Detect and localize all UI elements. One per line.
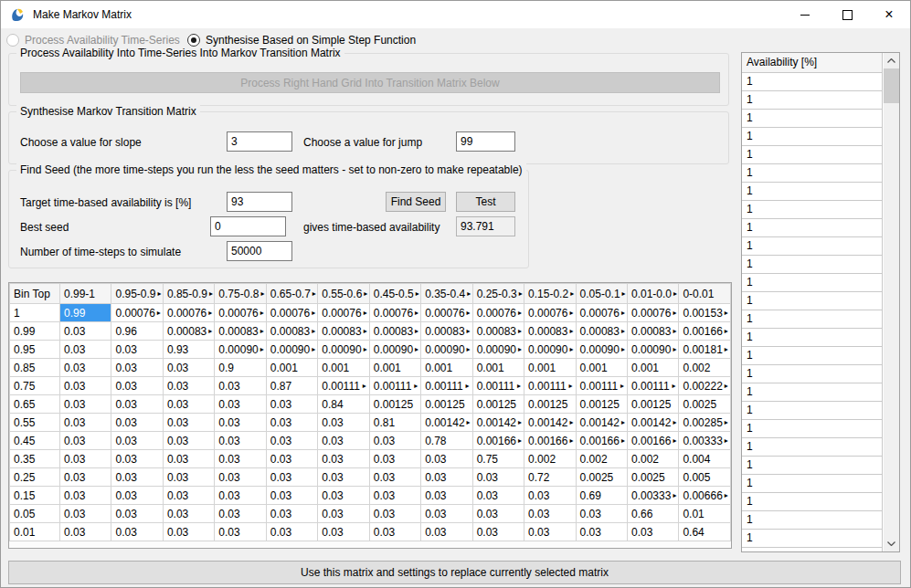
matrix-cell[interactable]: 0.03: [369, 468, 420, 487]
availability-cell[interactable]: 1: [742, 237, 883, 256]
availability-scrollbar[interactable]: [884, 53, 899, 551]
matrix-bin-top-cell[interactable]: 0.65: [10, 395, 60, 414]
matrix-cell[interactable]: 0.00153▸: [679, 304, 731, 322]
availability-cell[interactable]: 1: [742, 475, 883, 493]
availability-cell[interactable]: 1: [742, 530, 883, 548]
matrix-cell[interactable]: 0.03: [421, 450, 472, 468]
matrix-cell[interactable]: 0.03: [163, 359, 214, 377]
matrix-bin-top-cell[interactable]: 0.85: [10, 359, 60, 377]
availability-cell[interactable]: 1: [742, 219, 883, 237]
matrix-cell[interactable]: 0.03: [318, 432, 369, 450]
matrix-cell[interactable]: 0.03: [266, 523, 317, 541]
matrix-cell[interactable]: 0.03: [163, 395, 214, 414]
matrix-cell[interactable]: 0.001: [318, 359, 369, 377]
matrix-cell[interactable]: 0.00142▸: [472, 414, 524, 432]
availability-cell[interactable]: 1: [742, 329, 883, 347]
matrix-column-header[interactable]: 0.95-0.9▸: [111, 284, 163, 304]
matrix-cell[interactable]: 0.03: [163, 414, 214, 432]
matrix-cell[interactable]: 0.001: [627, 359, 678, 377]
matrix-cell[interactable]: 0.03: [111, 487, 163, 505]
matrix-cell[interactable]: 0.66: [627, 505, 678, 523]
matrix-cell[interactable]: 0.002: [524, 450, 576, 468]
matrix-cell[interactable]: 0.00083▸: [524, 322, 576, 341]
matrix-cell[interactable]: 0.00076▸: [472, 304, 524, 322]
matrix-cell[interactable]: 0.00166▸: [627, 432, 678, 450]
matrix-cell[interactable]: 0.00076▸: [524, 304, 576, 322]
matrix-column-header[interactable]: 0-0.01: [679, 284, 731, 304]
matrix-cell[interactable]: 0.004: [679, 450, 731, 468]
matrix-column-header[interactable]: 0.01-0.0▸: [627, 284, 678, 304]
matrix-cell[interactable]: 0.001: [472, 359, 524, 377]
matrix-cell[interactable]: 0.00083▸: [576, 322, 627, 341]
matrix-cell[interactable]: 0.03: [60, 468, 111, 487]
matrix-cell[interactable]: 0.03: [369, 523, 420, 541]
matrix-cell[interactable]: 0.03: [163, 450, 214, 468]
matrix-cell[interactable]: 0.03: [266, 414, 317, 432]
matrix-cell[interactable]: 0.03: [163, 432, 214, 450]
availability-cell[interactable]: 1: [742, 548, 883, 551]
matrix-cell[interactable]: 0.03: [215, 468, 266, 487]
matrix-cell[interactable]: 0.03: [111, 468, 163, 487]
matrix-cell[interactable]: 0.03: [369, 432, 420, 450]
matrix-cell[interactable]: 0.00125: [472, 395, 524, 414]
matrix-cell[interactable]: 0.03: [524, 523, 576, 541]
matrix-cell[interactable]: 0.00083▸: [266, 322, 317, 341]
matrix-cell[interactable]: 0.03: [318, 523, 369, 541]
matrix-cell[interactable]: 0.03: [60, 395, 111, 414]
matrix-cell[interactable]: 0.00076▸: [266, 304, 317, 322]
matrix-cell[interactable]: 0.00142▸: [524, 414, 576, 432]
availability-cell[interactable]: 1: [742, 110, 883, 128]
matrix-cell[interactable]: 0.00111▸: [472, 377, 524, 395]
matrix-cell[interactable]: 0.03: [60, 322, 111, 341]
matrix-cell[interactable]: 0.00090▸: [576, 341, 627, 359]
matrix-cell[interactable]: 0.00076▸: [627, 304, 678, 322]
matrix-cell[interactable]: 0.03: [421, 468, 472, 487]
matrix-cell[interactable]: 0.03: [215, 414, 266, 432]
matrix-cell[interactable]: 0.03: [318, 468, 369, 487]
matrix-cell[interactable]: 0.00083▸: [369, 322, 420, 341]
availability-cell[interactable]: 1: [742, 438, 883, 457]
close-button[interactable]: ×: [868, 1, 910, 28]
scroll-down-button[interactable]: [884, 536, 899, 551]
matrix-cell[interactable]: 0.00090▸: [215, 341, 266, 359]
matrix-bin-top-cell[interactable]: 0.99: [10, 322, 60, 341]
matrix-cell[interactable]: 0.03: [266, 432, 317, 450]
matrix-cell[interactable]: 0.00076▸: [421, 304, 472, 322]
matrix-column-header[interactable]: 0.85-0.9▸: [163, 284, 214, 304]
matrix-column-header[interactable]: 0.99-1: [60, 284, 111, 304]
matrix-cell[interactable]: 0.01: [679, 505, 731, 523]
matrix-cell[interactable]: 0.03: [215, 523, 266, 541]
matrix-cell[interactable]: 0.00166▸: [524, 432, 576, 450]
matrix-cell[interactable]: 0.03: [111, 505, 163, 523]
matrix-cell[interactable]: 0.00083▸: [421, 322, 472, 341]
matrix-cell[interactable]: 0.03: [111, 359, 163, 377]
availability-cell[interactable]: 1: [742, 183, 883, 201]
matrix-cell[interactable]: 0.03: [60, 505, 111, 523]
matrix-cell[interactable]: 0.81: [369, 414, 420, 432]
availability-cell[interactable]: 1: [742, 493, 883, 511]
matrix-cell[interactable]: 0.00111▸: [369, 377, 420, 395]
availability-cell[interactable]: 1: [742, 128, 883, 146]
matrix-cell[interactable]: 0.00076▸: [111, 304, 163, 322]
matrix-cell[interactable]: 0.93: [163, 341, 214, 359]
matrix-cell[interactable]: 0.87: [266, 377, 317, 395]
matrix-column-header[interactable]: Bin Top: [10, 284, 60, 304]
matrix-cell[interactable]: 0.00142▸: [627, 414, 678, 432]
availability-cell[interactable]: 1: [742, 511, 883, 530]
matrix-cell[interactable]: 0.0025: [627, 468, 678, 487]
matrix-cell[interactable]: 0.0025: [679, 395, 731, 414]
matrix-cell[interactable]: 0.00142▸: [576, 414, 627, 432]
matrix-cell[interactable]: 0.00083▸: [472, 322, 524, 341]
matrix-cell[interactable]: 0.03: [266, 505, 317, 523]
matrix-cell[interactable]: 0.0025: [576, 468, 627, 487]
matrix-cell[interactable]: 0.03: [163, 487, 214, 505]
matrix-cell[interactable]: 0.00076▸: [215, 304, 266, 322]
matrix-cell[interactable]: 0.00083▸: [215, 322, 266, 341]
matrix-cell[interactable]: 0.03: [215, 395, 266, 414]
matrix-bin-top-cell[interactable]: 1: [10, 304, 60, 322]
matrix-cell[interactable]: 0.00111▸: [524, 377, 576, 395]
matrix-bin-top-cell[interactable]: 0.15: [10, 487, 60, 505]
matrix-cell[interactable]: 0.001: [421, 359, 472, 377]
matrix-cell[interactable]: 0.03: [576, 523, 627, 541]
matrix-column-header[interactable]: 0.75-0.8▸: [215, 284, 266, 304]
